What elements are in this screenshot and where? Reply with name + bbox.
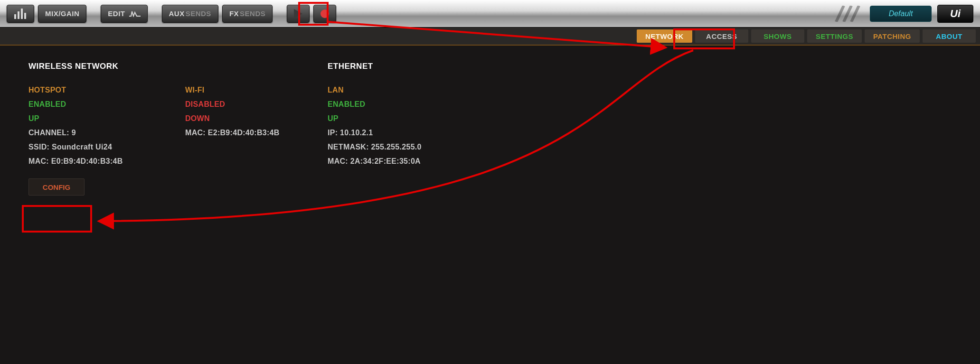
hotspot-status: ENABLED — [28, 101, 152, 108]
hotspot-ssid: SSID: Soundcraft Ui24 — [28, 143, 152, 151]
button-label: MIX/GAIN — [45, 9, 79, 18]
wifi-status: DISABLED — [185, 101, 294, 108]
lan-column: ETHERNET LAN ENABLED UP IP: 10.10.2.1 NE… — [328, 62, 437, 196]
record-button[interactable] — [313, 5, 336, 23]
lan-name: LAN — [328, 86, 437, 94]
decorative-slashes-icon — [831, 5, 864, 23]
config-button[interactable]: CONFIG — [28, 178, 85, 196]
tab-label: ABOUT — [936, 32, 962, 40]
lan-ip: IP: 10.10.2.1 — [328, 129, 437, 137]
button-label-prefix: AUX — [169, 9, 185, 18]
brand-logo: Ui — [937, 5, 973, 23]
tab-label: SETTINGS — [816, 32, 853, 40]
tab-network[interactable]: NETWORK — [637, 29, 692, 43]
svg-point-5 — [320, 9, 329, 18]
svg-line-7 — [844, 6, 851, 22]
wifi-link: DOWN — [185, 115, 294, 122]
svg-rect-2 — [21, 9, 23, 19]
hotspot-mac: MAC: E0:B9:4D:40:B3:4B — [28, 158, 152, 165]
waveform-icon — [129, 10, 141, 17]
button-label-suffix: SENDS — [186, 9, 211, 18]
network-settings-panel: WIRELESS NETWORK HOTSPOT ENABLED UP CHAN… — [0, 46, 980, 364]
tab-shows[interactable]: SHOWS — [751, 29, 804, 43]
svg-rect-3 — [24, 13, 26, 19]
lan-link: UP — [328, 115, 437, 122]
tab-access[interactable]: ACCESS — [695, 29, 748, 43]
hotspot-channel: CHANNEL: 9 — [28, 129, 152, 137]
logo-text: Ui — [950, 8, 961, 20]
svg-rect-0 — [14, 14, 16, 19]
hotspot-column: WIRELESS NETWORK HOTSPOT ENABLED UP CHAN… — [28, 62, 152, 196]
svg-line-6 — [836, 6, 844, 22]
lan-status: ENABLED — [328, 101, 437, 108]
record-icon — [320, 9, 330, 19]
preset-button[interactable]: Default — [870, 6, 932, 22]
tab-label: ACCESS — [706, 32, 737, 40]
button-label-suffix: SENDS — [240, 9, 265, 18]
tab-patching[interactable]: PATCHING — [865, 29, 920, 43]
tab-label: SHOWS — [763, 32, 792, 40]
tab-label: NETWORK — [645, 32, 684, 40]
wifi-mac: MAC: E2:B9:4D:40:B3:4B — [185, 129, 294, 137]
hotspot-name: HOTSPOT — [28, 86, 152, 94]
settings-subtabs: NETWORK ACCESS SHOWS SETTINGS PATCHING A… — [0, 28, 980, 46]
svg-line-8 — [851, 6, 859, 22]
fx-sends-button[interactable]: FXSENDS — [222, 5, 273, 23]
hotspot-link: UP — [28, 115, 152, 122]
wifi-column: . WI-FI DISABLED DOWN MAC: E2:B9:4D:40:B… — [185, 62, 294, 196]
button-label: EDIT — [108, 9, 125, 18]
tab-settings[interactable]: SETTINGS — [807, 29, 862, 43]
mix-gain-button[interactable]: MIX/GAIN — [38, 5, 86, 23]
aux-sends-button[interactable]: AUXSENDS — [162, 5, 218, 23]
lan-mac: MAC: 2A:34:2F:EE:35:0A — [328, 158, 437, 165]
tab-about[interactable]: ABOUT — [923, 29, 976, 43]
wifi-name: WI-FI — [185, 86, 294, 94]
lan-netmask: NETMASK: 255.255.255.0 — [328, 143, 437, 151]
button-label: Default — [889, 9, 913, 18]
play-icon — [294, 9, 302, 19]
button-label-prefix: FX — [229, 9, 239, 18]
svg-rect-1 — [18, 11, 19, 19]
play-button[interactable] — [287, 5, 310, 23]
section-title-ethernet: ETHERNET — [328, 62, 437, 71]
tab-label: PATCHING — [873, 32, 911, 40]
edit-button[interactable]: EDIT — [101, 5, 147, 23]
svg-marker-4 — [294, 9, 302, 19]
meters-button[interactable] — [7, 5, 34, 23]
section-title-wireless: WIRELESS NETWORK — [28, 62, 152, 71]
button-label: CONFIG — [43, 183, 70, 191]
top-toolbar: MIX/GAIN EDIT AUXSENDS FXSENDS Default U… — [0, 0, 980, 28]
meters-icon — [14, 9, 27, 19]
